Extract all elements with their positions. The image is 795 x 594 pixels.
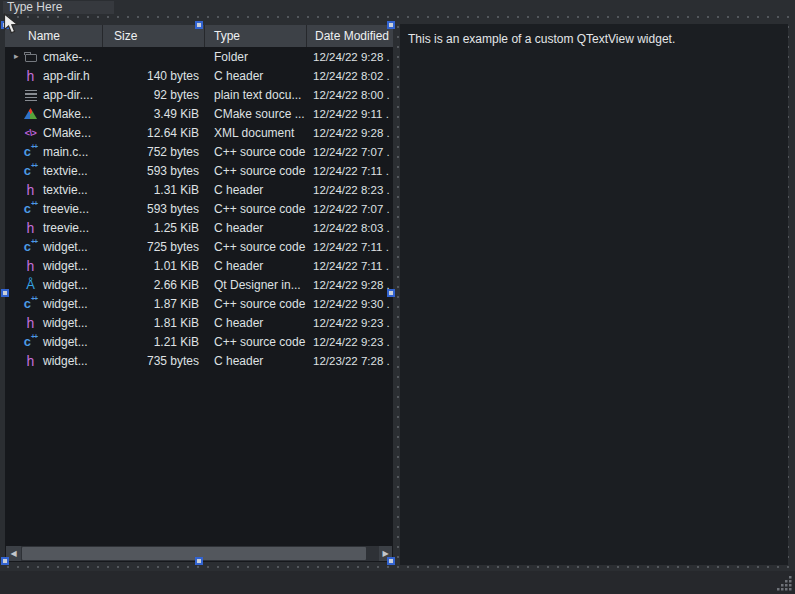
file-name: widget... <box>43 335 88 349</box>
file-date-modified: 12/24/22 9:23 . <box>307 336 393 348</box>
name-cell: widget... <box>5 296 103 311</box>
file-date-modified: 12/24/22 8:00 . <box>307 89 393 101</box>
qt-ui-icon <box>22 277 39 292</box>
table-row[interactable]: app-dir.h 140 bytes C header 12/24/22 8:… <box>5 66 393 85</box>
table-row[interactable]: widget... 1.81 KiB C header 12/24/22 9:2… <box>5 313 393 332</box>
name-cell: CMake... <box>5 106 103 121</box>
table-row[interactable]: treevie... 1.25 KiB C header 12/24/22 8:… <box>5 218 393 237</box>
selection-handle-bottom-right[interactable] <box>387 557 395 565</box>
file-name: widget... <box>43 259 88 273</box>
name-cell: CMake... <box>5 125 103 140</box>
file-size: 593 bytes <box>103 202 205 216</box>
selection-handle-middle-left[interactable] <box>1 289 9 297</box>
file-size: 735 bytes <box>103 354 205 368</box>
table-row[interactable]: widget... 1.01 KiB C header 12/24/22 7:1… <box>5 256 393 275</box>
file-type: C++ source code <box>205 335 307 349</box>
expander-icon[interactable]: ▸ <box>5 47 22 66</box>
file-date-modified: 12/23/22 7:28 . <box>307 355 393 367</box>
selection-handle-middle-right[interactable] <box>387 289 395 297</box>
name-cell: ▸ cmake-... <box>5 47 103 66</box>
qtextview-text: This is an example of a custom QTextView… <box>408 32 675 46</box>
file-name: textvie... <box>43 183 88 197</box>
file-name: widget... <box>43 297 88 311</box>
file-date-modified: 12/24/22 9:30 . <box>307 298 393 310</box>
file-size: 3.49 KiB <box>103 107 205 121</box>
file-name: main.c... <box>43 145 88 159</box>
name-cell: widget... <box>5 277 103 292</box>
c-header-icon <box>22 220 39 235</box>
file-name: app-dir.... <box>43 88 93 102</box>
name-cell: main.c... <box>5 144 103 159</box>
column-header-date-modified[interactable]: Date Modified <box>307 25 393 47</box>
table-row[interactable]: ▸ cmake-... Folder 12/24/22 9:28 . <box>5 47 393 66</box>
name-cell: widget... <box>5 334 103 349</box>
folder-icon <box>22 49 39 64</box>
file-name: cmake-... <box>43 50 92 64</box>
table-row[interactable]: main.c... 752 bytes C++ source code 12/2… <box>5 142 393 161</box>
file-size: 1.25 KiB <box>103 221 205 235</box>
file-date-modified: 12/24/22 7:07 . <box>307 146 393 158</box>
xml-icon <box>22 125 39 140</box>
name-cell: widget... <box>5 315 103 330</box>
selection-handle-bottom-middle[interactable] <box>195 557 203 565</box>
file-size: 2.66 KiB <box>103 278 205 292</box>
cmake-icon <box>22 106 39 121</box>
table-row[interactable]: textvie... 1.31 KiB C header 12/24/22 8:… <box>5 180 393 199</box>
file-tree-widget: Name Size Type Date Modified ▸ cmake-...… <box>5 25 393 562</box>
file-name: widget... <box>43 354 88 368</box>
name-cell: treevie... <box>5 220 103 235</box>
table-row[interactable]: app-dir.... 92 bytes plain text docu... … <box>5 85 393 104</box>
file-type: C++ source code <box>205 240 307 254</box>
name-cell: textvie... <box>5 163 103 178</box>
name-cell: app-dir.h <box>5 68 103 83</box>
file-size: 1.01 KiB <box>103 259 205 273</box>
qtextview-widget[interactable]: This is an example of a custom QTextView… <box>400 24 788 565</box>
file-date-modified: 12/24/22 7:07 . <box>307 203 393 215</box>
file-date-modified: 12/24/22 8:03 . <box>307 222 393 234</box>
file-date-modified: 12/24/22 7:11 . <box>307 241 393 253</box>
table-row[interactable]: widget... 1.87 KiB C++ source code 12/24… <box>5 294 393 313</box>
table-row[interactable]: CMake... 12.64 KiB XML document 12/24/22… <box>5 123 393 142</box>
c-header-icon <box>22 258 39 273</box>
file-name: CMake... <box>43 126 91 140</box>
file-name: widget... <box>43 278 88 292</box>
table-row[interactable]: treevie... 593 bytes C++ source code 12/… <box>5 199 393 218</box>
file-date-modified: 12/24/22 9:11 . <box>307 108 393 120</box>
file-date-modified: 12/24/22 8:02 . <box>307 70 393 82</box>
file-size: 752 bytes <box>103 145 205 159</box>
file-type: plain text docu... <box>205 88 307 102</box>
table-row[interactable]: widget... 725 bytes C++ source code 12/2… <box>5 237 393 256</box>
table-row[interactable]: textvie... 593 bytes C++ source code 12/… <box>5 161 393 180</box>
table-row[interactable]: widget... 735 bytes C header 12/23/22 7:… <box>5 351 393 370</box>
selection-handle-bottom-left[interactable] <box>1 557 9 565</box>
file-size: 593 bytes <box>103 164 205 178</box>
menubar: Type Here <box>0 0 795 14</box>
selection-handle-top-right[interactable] <box>387 21 395 29</box>
name-cell: treevie... <box>5 201 103 216</box>
column-header-type[interactable]: Type <box>205 25 307 47</box>
file-date-modified: 12/24/22 8:23 . <box>307 184 393 196</box>
file-type: Folder <box>205 50 307 64</box>
column-header-size[interactable]: Size <box>103 25 205 47</box>
tree-body: ▸ cmake-... Folder 12/24/22 9:28 . app-d… <box>5 47 393 546</box>
file-size: 1.81 KiB <box>103 316 205 330</box>
table-row[interactable]: widget... 2.66 KiB Qt Designer in... 12/… <box>5 275 393 294</box>
file-date-modified: 12/24/22 9:23 . <box>307 317 393 329</box>
table-row[interactable]: widget... 1.21 KiB C++ source code 12/24… <box>5 332 393 351</box>
scrollbar-thumb[interactable] <box>22 547 366 560</box>
name-cell: widget... <box>5 258 103 273</box>
cpp-icon <box>22 144 39 159</box>
file-name: widget... <box>43 240 88 254</box>
selection-handle-top-middle[interactable] <box>195 21 203 29</box>
table-row[interactable]: CMake... 3.49 KiB CMake source ... 12/24… <box>5 104 393 123</box>
name-cell: textvie... <box>5 182 103 197</box>
file-name: textvie... <box>43 164 88 178</box>
name-cell: widget... <box>5 239 103 254</box>
file-name: app-dir.h <box>43 69 90 83</box>
cpp-icon <box>22 334 39 349</box>
file-type: C header <box>205 69 307 83</box>
resize-grip-icon[interactable] <box>777 575 794 593</box>
file-size: 725 bytes <box>103 240 205 254</box>
cpp-icon <box>22 296 39 311</box>
file-size: 1.87 KiB <box>103 297 205 311</box>
